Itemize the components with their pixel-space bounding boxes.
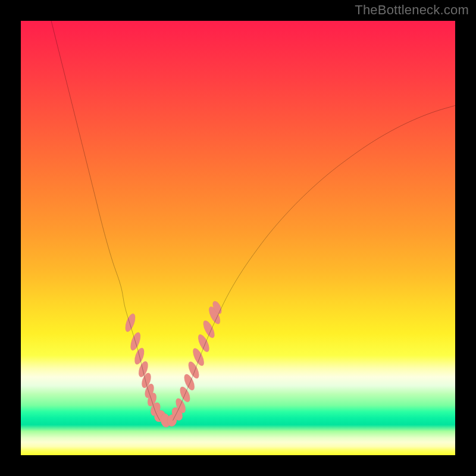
markers-group bbox=[123, 300, 223, 428]
bottleneck-curve-left bbox=[51, 21, 160, 421]
watermark-text: TheBottleneck.com bbox=[355, 2, 469, 18]
bottleneck-curve-right bbox=[173, 105, 456, 420]
data-marker bbox=[123, 312, 137, 333]
stage: TheBottleneck.com bbox=[0, 0, 476, 476]
plot-area bbox=[21, 21, 455, 455]
curve-svg bbox=[21, 21, 455, 455]
